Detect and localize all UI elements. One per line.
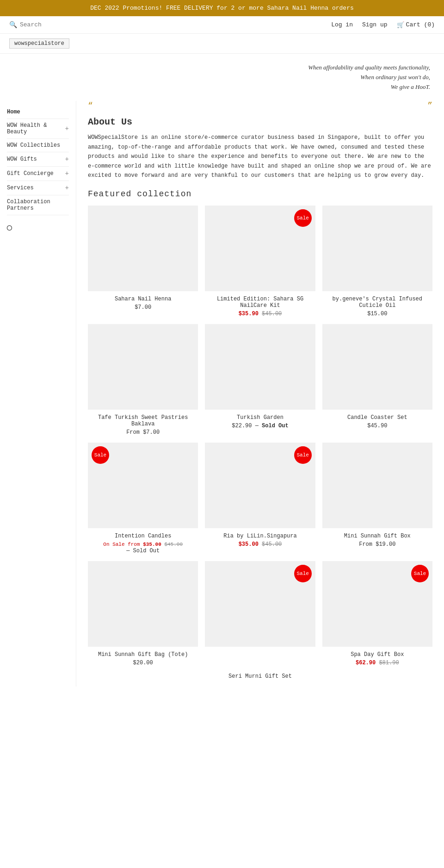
sold-out-label: Sold Out — [262, 423, 289, 429]
cart-icon: 🛒 — [397, 21, 404, 29]
sidebar-expand-icon[interactable]: + — [65, 184, 69, 192]
signup-link[interactable]: Sign up — [362, 21, 388, 28]
product-name: Spa Day Gift Box — [322, 651, 432, 658]
product-name: Ria by LiLin.Singapura — [205, 533, 315, 539]
sidebar-item-label: WOW Health & Beauty — [7, 122, 65, 135]
sidebar-item-gift-concierge[interactable]: Gift Concierge+ — [7, 167, 69, 181]
product-price: From $7.00 — [88, 429, 198, 436]
original-price: $81.90 — [379, 660, 399, 666]
from-label: From $19.00 — [359, 541, 395, 548]
featured-collection-title: Featured collection — [88, 189, 432, 199]
sidebar-item-wow-collectibles[interactable]: WOW Collectibles — [7, 139, 69, 152]
product-image — [88, 561, 198, 647]
product-name: by.geneve's Crystal Infused Cuticle Oil — [322, 296, 432, 309]
sale-badge: Sale — [411, 565, 429, 582]
quote-left: “ — [88, 101, 93, 110]
sale-badge: Sale — [294, 565, 312, 582]
product-image: Sale — [205, 561, 315, 647]
promo-text: DEC 2022 Promotions! FREE DELIVERY for 2… — [90, 5, 354, 12]
product-image — [322, 206, 432, 291]
content-area: “ ” About Us WOWSpecialStore is an onlin… — [76, 101, 444, 687]
product-price: $35.00 $45.00 — [205, 541, 315, 548]
product-image: Sale — [322, 561, 432, 647]
sale-badge: Sale — [294, 446, 312, 464]
product-price: $7.00 — [88, 304, 198, 311]
from-label: From $7.00 — [126, 429, 160, 436]
product-name: Intention Candles — [88, 533, 198, 539]
product-card[interactable]: SaleLimited Edition: Sahara SG NailCare … — [205, 206, 315, 317]
product-image — [322, 443, 432, 528]
sidebar-item-services[interactable]: Services+ — [7, 181, 69, 195]
product-name: Candle Coaster Set — [322, 414, 432, 421]
about-body: WOWSpecialStore is an online store/e-com… — [88, 133, 432, 180]
product-price: $20.00 — [88, 660, 198, 666]
product-card[interactable]: Sale — [205, 561, 315, 666]
product-card[interactable]: Turkish Garden$22.90 — Sold Out — [205, 324, 315, 436]
sale-price: $35.00 — [143, 542, 161, 547]
product-image: Sale — [205, 206, 315, 291]
sidebar-item-label: Services — [7, 185, 34, 191]
product-card[interactable]: Mini Sunnah Gift BoxFrom $19.00 — [322, 443, 432, 554]
search-icon: 🔍 — [9, 21, 17, 29]
sale-price: $35.00 — [239, 541, 259, 548]
product-price: $35.90 $45.00 — [205, 311, 315, 317]
sidebar-item-home[interactable]: Home — [7, 106, 69, 119]
product-name: Sahara Nail Henna — [88, 296, 198, 302]
product-price: From $19.00 — [322, 541, 432, 548]
tagline: When affordability and quality meets fun… — [0, 54, 444, 96]
quote-right: ” — [427, 101, 432, 110]
tagline-line3: We give a HooT. — [0, 82, 430, 92]
product-name: Mini Sunnah Gift Bag (Tote) — [88, 651, 198, 658]
product-name: Mini Sunnah Gift Box — [322, 533, 432, 539]
product-price: $15.00 — [322, 311, 432, 317]
sidebar-expand-icon[interactable]: + — [65, 170, 69, 177]
product-card[interactable]: Sahara Nail Henna$7.00 — [88, 206, 198, 317]
product-name: Turkish Garden — [205, 414, 315, 421]
tagline-line1: When affordability and quality meets fun… — [0, 63, 430, 73]
product-grid: Sahara Nail Henna$7.00SaleLimited Editio… — [88, 206, 432, 666]
search-container: 🔍 — [9, 21, 331, 29]
regular-price: $7.00 — [135, 304, 151, 311]
cart-link[interactable]: 🛒 Cart (0) — [397, 21, 435, 29]
login-link[interactable]: Log in — [331, 21, 353, 28]
product-card[interactable]: by.geneve's Crystal Infused Cuticle Oil$… — [322, 206, 432, 317]
product-card[interactable]: SaleIntention CandlesOn Sale from $35.00… — [88, 443, 198, 554]
header-nav: Log in Sign up 🛒 Cart (0) — [331, 21, 435, 29]
store-name-bar: wowspecialstore — [0, 34, 444, 54]
instagram-icon[interactable]: ◯ — [7, 215, 69, 232]
store-name-badge[interactable]: wowspecialstore — [9, 38, 69, 49]
sidebar-item-label: WOW Collectibles — [7, 142, 60, 149]
sale-badge: Sale — [294, 209, 312, 227]
sale-price: $62.90 — [356, 660, 376, 666]
sidebar-expand-icon[interactable]: + — [65, 156, 69, 163]
product-name: Limited Edition: Sahara SG NailCare Kit — [205, 296, 315, 309]
about-title: About Us — [88, 117, 432, 127]
original-price: $45.00 — [164, 542, 183, 547]
cart-label: Cart (0) — [406, 21, 435, 28]
sale-price: $35.90 — [239, 311, 259, 317]
product-card[interactable]: Candle Coaster Set$45.90 — [322, 324, 432, 436]
regular-price: $45.90 — [367, 423, 387, 429]
regular-price: $20.00 — [133, 660, 153, 666]
product-card[interactable]: Mini Sunnah Gift Bag (Tote)$20.00 — [88, 561, 198, 666]
sidebar-expand-icon[interactable]: + — [65, 125, 69, 132]
product-image — [322, 324, 432, 410]
product-card[interactable]: SaleSpa Day Gift Box$62.90 $81.90 — [322, 561, 432, 666]
product-image — [88, 324, 198, 410]
original-price: $45.00 — [262, 311, 282, 317]
product-card[interactable]: Tafe Turkish Sweet Pastries BaklavaFrom … — [88, 324, 198, 436]
price-range: $22.90 — Sold Out — [232, 423, 288, 429]
product-card[interactable]: SaleRia by LiLin.Singapura$35.00 $45.00 — [205, 443, 315, 554]
sidebar-item-wow-health-&-beauty[interactable]: WOW Health & Beauty+ — [7, 119, 69, 139]
sidebar-item-wow-gifts[interactable]: WOW Gifts+ — [7, 152, 69, 167]
tagline-line2: When ordinary just won't do, — [0, 73, 430, 82]
header: 🔍 Log in Sign up 🛒 Cart (0) — [0, 16, 444, 34]
product-price: $45.90 — [322, 423, 432, 429]
bottom-product-name: Seri Murni Gift Set — [88, 666, 432, 687]
sidebar-item-label: Home — [7, 109, 20, 115]
sidebar-item-label: Gift Concierge — [7, 170, 54, 177]
sale-badge: Sale — [92, 446, 109, 464]
product-price: On Sale from $35.00 $45.00— Sold Out — [88, 541, 198, 554]
search-input[interactable] — [20, 21, 75, 28]
sidebar-item-collaboration-partners[interactable]: Collaboration Partners — [7, 195, 69, 215]
